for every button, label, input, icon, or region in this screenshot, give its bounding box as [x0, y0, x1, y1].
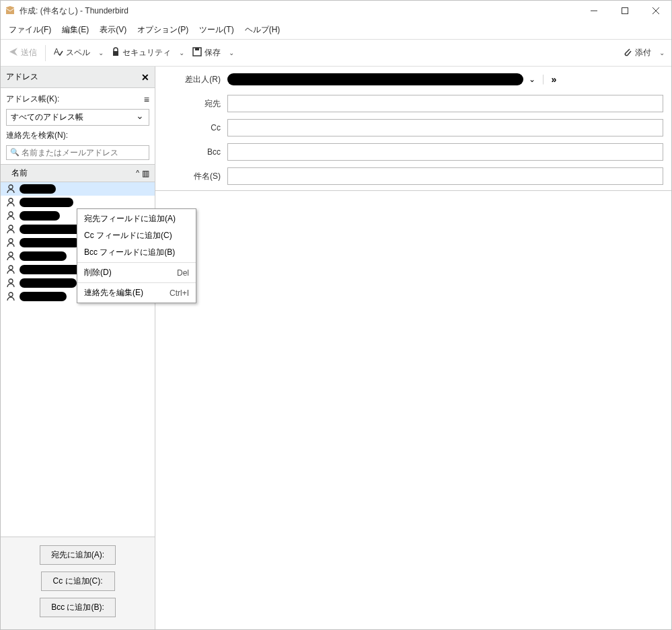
security-button[interactable]: セキュリティ: [108, 44, 175, 61]
contact-search-input[interactable]: [6, 145, 149, 160]
spell-dropdown[interactable]: ⌄: [96, 49, 106, 56]
to-field[interactable]: [227, 95, 663, 112]
ctx-separator: [77, 282, 196, 283]
security-dropdown[interactable]: ⌄: [176, 49, 187, 56]
send-button[interactable]: 送信: [5, 44, 41, 61]
subject-label: 件名(S): [163, 171, 221, 182]
search-wrap: 🔍: [6, 145, 149, 160]
menu-view[interactable]: 表示(V): [94, 22, 132, 38]
contact-name-redacted: [20, 211, 60, 221]
person-icon: [6, 184, 15, 194]
spell-button[interactable]: A スペル: [50, 44, 94, 61]
menu-tools[interactable]: ツール(T): [194, 22, 239, 38]
contact-name-redacted: [20, 198, 73, 207]
svg-rect-4: [195, 48, 199, 50]
security-label: セキュリティ: [122, 47, 171, 58]
svg-rect-0: [622, 8, 628, 14]
svg-text:A: A: [54, 47, 59, 56]
svg-point-9: [9, 239, 13, 243]
add-cc-button[interactable]: Cc に追加(C):: [41, 572, 115, 591]
attach-label: 添付: [635, 47, 651, 58]
contact-name-redacted: [20, 251, 67, 261]
save-dropdown[interactable]: ⌄: [226, 49, 237, 56]
address-book-label: アドレス帳(K): ≡: [6, 93, 149, 105]
sort-asc-icon: ^: [136, 169, 139, 177]
minimize-button[interactable]: [578, 1, 609, 21]
column-picker-icon[interactable]: ▥: [142, 169, 149, 178]
sidebar-close-icon[interactable]: ✕: [141, 72, 149, 83]
contact-context-menu: 宛先フィールドに追加(A) Cc フィールドに追加(C) Bcc フィールドに追…: [77, 208, 196, 303]
bcc-field[interactable]: [227, 143, 663, 161]
contact-row[interactable]: [1, 196, 155, 209]
menu-file[interactable]: ファイル(F): [3, 22, 57, 38]
person-icon: [6, 238, 15, 247]
compose-window: 作成: (件名なし) - Thunderbird ファイル(F) 編集(E) 表…: [0, 0, 672, 630]
save-button[interactable]: 保存: [188, 44, 225, 61]
search-label: 連絡先を検索(N):: [6, 130, 149, 141]
maximize-button[interactable]: [609, 1, 640, 21]
show-more-fields-icon[interactable]: »: [552, 74, 557, 85]
ctx-add-to[interactable]: 宛先フィールドに追加(A): [77, 210, 196, 227]
person-icon: [6, 211, 15, 221]
toolbar-separator: [45, 45, 46, 61]
ctx-add-cc[interactable]: Cc フィールドに追加(C): [77, 227, 196, 244]
to-row: 宛先: [163, 95, 663, 112]
attach-dropdown[interactable]: ⌄: [657, 49, 667, 56]
add-to-button[interactable]: 宛先に追加(A):: [40, 545, 116, 565]
from-address-redacted: [227, 73, 523, 85]
ctx-add-bcc[interactable]: Bcc フィールドに追加(B): [77, 244, 196, 261]
from-dropdown-icon[interactable]: ⌄: [529, 75, 535, 84]
ctx-edit[interactable]: 連絡先を編集(E)Ctrl+I: [77, 284, 196, 301]
add-bcc-button[interactable]: Bcc に追加(B):: [40, 598, 116, 617]
person-icon: [6, 225, 15, 234]
contact-row[interactable]: [1, 182, 155, 196]
svg-point-12: [9, 279, 13, 283]
address-book-label-text: アドレス帳(K):: [6, 93, 59, 105]
menu-edit[interactable]: 編集(E): [57, 22, 94, 38]
menu-help[interactable]: ヘルプ(H): [239, 22, 286, 38]
address-book-select-wrap: すべてのアドレス帳: [6, 109, 149, 126]
contact-name-redacted: [20, 278, 77, 288]
svg-point-13: [9, 292, 13, 297]
person-icon: [6, 251, 15, 261]
ctx-delete[interactable]: 削除(D)Del: [77, 264, 196, 281]
hamburger-icon[interactable]: ≡: [144, 95, 149, 104]
search-icon: 🔍: [10, 148, 20, 157]
window-title: 作成: (件名なし) - Thunderbird: [20, 5, 578, 17]
svg-point-5: [9, 185, 13, 189]
message-body[interactable]: [155, 191, 671, 629]
bcc-label: Bcc: [163, 147, 221, 157]
sidebar-body: アドレス帳(K): ≡ すべてのアドレス帳 連絡先を検索(N): 🔍: [1, 88, 155, 164]
ctx-separator: [77, 262, 196, 263]
person-icon: [6, 278, 15, 288]
svg-point-8: [9, 225, 13, 229]
close-button[interactable]: [640, 1, 671, 21]
name-column-header[interactable]: 名前 ^ ▥: [1, 164, 155, 182]
contact-name-redacted: [20, 238, 80, 247]
subject-field[interactable]: [227, 167, 663, 185]
svg-rect-2: [113, 51, 118, 56]
attach-button[interactable]: 添付: [619, 44, 655, 61]
spell-icon: A: [54, 47, 63, 58]
header-fields: 差出人(R) ⌄ │ » 宛先 Cc Bcc: [155, 67, 671, 191]
from-value[interactable]: ⌄ │ »: [227, 73, 663, 85]
from-label: 差出人(R): [163, 74, 221, 85]
compose-area: 差出人(R) ⌄ │ » 宛先 Cc Bcc: [155, 67, 671, 629]
bcc-row: Bcc: [163, 143, 663, 161]
main-area: アドレス ✕ アドレス帳(K): ≡ すべてのアドレス帳 連絡先を検索(N): …: [1, 67, 671, 629]
contacts-sidebar: アドレス ✕ アドレス帳(K): ≡ すべてのアドレス帳 連絡先を検索(N): …: [1, 67, 155, 629]
to-label: 宛先: [163, 98, 221, 110]
address-book-select[interactable]: すべてのアドレス帳: [6, 109, 149, 126]
svg-point-11: [9, 266, 13, 270]
contact-name-redacted: [20, 184, 56, 194]
menubar: ファイル(F) 編集(E) 表示(V) オプション(P) ツール(T) ヘルプ(…: [1, 21, 671, 40]
sidebar-header: アドレス ✕: [1, 67, 155, 88]
menu-options[interactable]: オプション(P): [132, 22, 194, 38]
cc-label: Cc: [163, 123, 221, 132]
sidebar-title: アドレス: [6, 71, 141, 83]
cc-field[interactable]: [227, 119, 663, 136]
window-controls: [578, 1, 671, 21]
person-icon: [6, 292, 15, 301]
svg-point-10: [9, 252, 13, 256]
person-icon: [6, 198, 15, 207]
